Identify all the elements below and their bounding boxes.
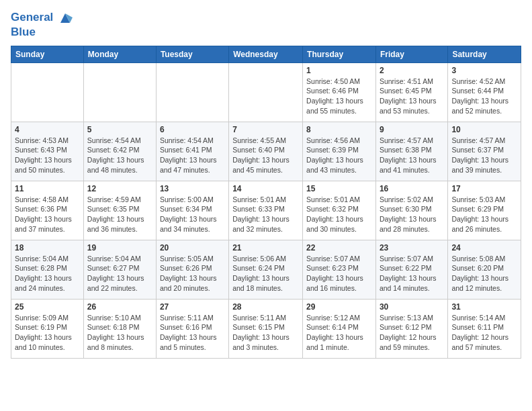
calendar-cell: 5Sunrise: 4:54 AM Sunset: 6:42 PM Daylig… bbox=[83, 122, 156, 181]
calendar-cell: 26Sunrise: 5:10 AM Sunset: 6:18 PM Dayli… bbox=[83, 299, 156, 358]
day-number: 7 bbox=[232, 125, 299, 134]
day-number: 14 bbox=[232, 184, 299, 193]
calendar-cell bbox=[11, 62, 84, 122]
calendar-cell: 4Sunrise: 4:53 AM Sunset: 6:43 PM Daylig… bbox=[11, 122, 84, 181]
day-number: 25 bbox=[15, 302, 80, 312]
logo: General Blue bbox=[11, 11, 73, 39]
day-number: 9 bbox=[380, 125, 444, 134]
calendar-cell: 10Sunrise: 4:57 AM Sunset: 6:37 PM Dayli… bbox=[448, 122, 521, 181]
weekday-header: Friday bbox=[375, 46, 447, 62]
weekday-header: Wednesday bbox=[229, 46, 303, 62]
calendar-cell: 8Sunrise: 4:56 AM Sunset: 6:39 PM Daylig… bbox=[303, 122, 376, 181]
day-info: Sunrise: 5:11 AM Sunset: 6:15 PM Dayligh… bbox=[232, 313, 299, 353]
calendar-cell: 12Sunrise: 4:59 AM Sunset: 6:35 PM Dayli… bbox=[83, 181, 156, 240]
calendar-week-row: 4Sunrise: 4:53 AM Sunset: 6:43 PM Daylig… bbox=[11, 122, 521, 181]
calendar-cell: 27Sunrise: 5:11 AM Sunset: 6:16 PM Dayli… bbox=[156, 299, 228, 358]
day-info: Sunrise: 5:14 AM Sunset: 6:11 PM Dayligh… bbox=[451, 313, 517, 353]
logo-icon bbox=[58, 11, 73, 26]
day-number: 22 bbox=[306, 243, 372, 253]
day-number: 24 bbox=[451, 243, 517, 253]
day-number: 23 bbox=[380, 243, 444, 253]
day-info: Sunrise: 4:56 AM Sunset: 6:39 PM Dayligh… bbox=[306, 136, 372, 175]
day-number: 8 bbox=[306, 125, 372, 134]
day-info: Sunrise: 5:05 AM Sunset: 6:26 PM Dayligh… bbox=[160, 254, 225, 293]
calendar-week-row: 11Sunrise: 4:58 AM Sunset: 6:36 PM Dayli… bbox=[11, 181, 521, 240]
calendar-table: SundayMondayTuesdayWednesdayThursdayFrid… bbox=[11, 46, 521, 359]
day-number: 28 bbox=[232, 302, 299, 312]
day-info: Sunrise: 5:01 AM Sunset: 6:33 PM Dayligh… bbox=[232, 195, 299, 234]
day-info: Sunrise: 4:57 AM Sunset: 6:38 PM Dayligh… bbox=[380, 136, 444, 175]
calendar-cell: 25Sunrise: 5:09 AM Sunset: 6:19 PM Dayli… bbox=[11, 299, 84, 358]
day-info: Sunrise: 5:06 AM Sunset: 6:24 PM Dayligh… bbox=[232, 254, 299, 293]
day-number: 12 bbox=[87, 184, 152, 193]
calendar-cell: 20Sunrise: 5:05 AM Sunset: 6:26 PM Dayli… bbox=[156, 240, 228, 299]
calendar-cell: 28Sunrise: 5:11 AM Sunset: 6:15 PM Dayli… bbox=[229, 299, 303, 358]
weekday-header: Thursday bbox=[303, 46, 376, 62]
calendar-cell: 23Sunrise: 5:07 AM Sunset: 6:22 PM Dayli… bbox=[375, 240, 447, 299]
day-info: Sunrise: 5:11 AM Sunset: 6:16 PM Dayligh… bbox=[160, 313, 225, 353]
day-info: Sunrise: 4:53 AM Sunset: 6:43 PM Dayligh… bbox=[15, 136, 80, 175]
day-number: 11 bbox=[15, 184, 80, 193]
day-info: Sunrise: 4:59 AM Sunset: 6:35 PM Dayligh… bbox=[87, 195, 152, 234]
day-number: 26 bbox=[87, 302, 152, 312]
day-info: Sunrise: 5:04 AM Sunset: 6:28 PM Dayligh… bbox=[15, 254, 80, 293]
day-info: Sunrise: 5:07 AM Sunset: 6:23 PM Dayligh… bbox=[306, 254, 372, 293]
calendar-header-row: SundayMondayTuesdayWednesdayThursdayFrid… bbox=[11, 46, 521, 62]
day-number: 19 bbox=[87, 243, 152, 253]
day-number: 10 bbox=[451, 125, 517, 134]
day-info: Sunrise: 4:51 AM Sunset: 6:45 PM Dayligh… bbox=[380, 77, 444, 116]
logo-line2: Blue bbox=[11, 26, 73, 39]
calendar-cell: 9Sunrise: 4:57 AM Sunset: 6:38 PM Daylig… bbox=[375, 122, 447, 181]
calendar-cell: 30Sunrise: 5:13 AM Sunset: 6:12 PM Dayli… bbox=[375, 299, 447, 358]
day-info: Sunrise: 4:50 AM Sunset: 6:46 PM Dayligh… bbox=[306, 77, 372, 116]
calendar-cell: 22Sunrise: 5:07 AM Sunset: 6:23 PM Dayli… bbox=[303, 240, 376, 299]
day-info: Sunrise: 5:07 AM Sunset: 6:22 PM Dayligh… bbox=[380, 254, 444, 293]
day-info: Sunrise: 4:54 AM Sunset: 6:42 PM Dayligh… bbox=[87, 136, 152, 175]
calendar-cell: 11Sunrise: 4:58 AM Sunset: 6:36 PM Dayli… bbox=[11, 181, 84, 240]
day-info: Sunrise: 4:52 AM Sunset: 6:44 PM Dayligh… bbox=[451, 77, 517, 116]
calendar-week-row: 25Sunrise: 5:09 AM Sunset: 6:19 PM Dayli… bbox=[11, 299, 521, 358]
calendar-cell: 1Sunrise: 4:50 AM Sunset: 6:46 PM Daylig… bbox=[303, 62, 376, 122]
calendar-cell: 15Sunrise: 5:01 AM Sunset: 6:32 PM Dayli… bbox=[303, 181, 376, 240]
weekday-header: Saturday bbox=[448, 46, 521, 62]
calendar-cell: 13Sunrise: 5:00 AM Sunset: 6:34 PM Dayli… bbox=[156, 181, 228, 240]
calendar-cell: 7Sunrise: 4:55 AM Sunset: 6:40 PM Daylig… bbox=[229, 122, 303, 181]
day-number: 16 bbox=[380, 184, 444, 193]
day-info: Sunrise: 5:10 AM Sunset: 6:18 PM Dayligh… bbox=[87, 313, 152, 353]
day-number: 4 bbox=[15, 125, 80, 134]
day-number: 1 bbox=[306, 66, 372, 75]
calendar-cell bbox=[229, 62, 303, 122]
weekday-header: Monday bbox=[83, 46, 156, 62]
day-info: Sunrise: 5:02 AM Sunset: 6:30 PM Dayligh… bbox=[380, 195, 444, 234]
day-info: Sunrise: 5:01 AM Sunset: 6:32 PM Dayligh… bbox=[306, 195, 372, 234]
calendar-cell: 19Sunrise: 5:04 AM Sunset: 6:27 PM Dayli… bbox=[83, 240, 156, 299]
calendar-cell: 6Sunrise: 4:54 AM Sunset: 6:41 PM Daylig… bbox=[156, 122, 228, 181]
day-number: 29 bbox=[306, 302, 372, 312]
calendar-week-row: 1Sunrise: 4:50 AM Sunset: 6:46 PM Daylig… bbox=[11, 62, 521, 122]
day-number: 3 bbox=[451, 66, 517, 75]
day-info: Sunrise: 4:55 AM Sunset: 6:40 PM Dayligh… bbox=[232, 136, 299, 175]
calendar-cell bbox=[83, 62, 156, 122]
day-info: Sunrise: 5:13 AM Sunset: 6:12 PM Dayligh… bbox=[380, 313, 444, 353]
day-number: 30 bbox=[380, 302, 444, 312]
day-number: 13 bbox=[160, 184, 225, 193]
calendar-cell: 24Sunrise: 5:08 AM Sunset: 6:20 PM Dayli… bbox=[448, 240, 521, 299]
day-info: Sunrise: 5:03 AM Sunset: 6:29 PM Dayligh… bbox=[451, 195, 517, 234]
day-number: 20 bbox=[160, 243, 225, 253]
day-info: Sunrise: 5:09 AM Sunset: 6:19 PM Dayligh… bbox=[15, 313, 80, 353]
day-number: 27 bbox=[160, 302, 225, 312]
calendar-cell: 17Sunrise: 5:03 AM Sunset: 6:29 PM Dayli… bbox=[448, 181, 521, 240]
calendar-cell: 18Sunrise: 5:04 AM Sunset: 6:28 PM Dayli… bbox=[11, 240, 84, 299]
day-number: 18 bbox=[15, 243, 80, 253]
day-info: Sunrise: 5:12 AM Sunset: 6:14 PM Dayligh… bbox=[306, 313, 372, 353]
day-number: 6 bbox=[160, 125, 225, 134]
day-number: 21 bbox=[232, 243, 299, 253]
day-number: 2 bbox=[380, 66, 444, 75]
weekday-header: Sunday bbox=[11, 46, 84, 62]
calendar-cell: 29Sunrise: 5:12 AM Sunset: 6:14 PM Dayli… bbox=[303, 299, 376, 358]
day-number: 17 bbox=[451, 184, 517, 193]
calendar-cell: 3Sunrise: 4:52 AM Sunset: 6:44 PM Daylig… bbox=[448, 62, 521, 122]
day-number: 5 bbox=[87, 125, 152, 134]
calendar-cell: 21Sunrise: 5:06 AM Sunset: 6:24 PM Dayli… bbox=[229, 240, 303, 299]
page-header: General Blue bbox=[11, 11, 521, 39]
